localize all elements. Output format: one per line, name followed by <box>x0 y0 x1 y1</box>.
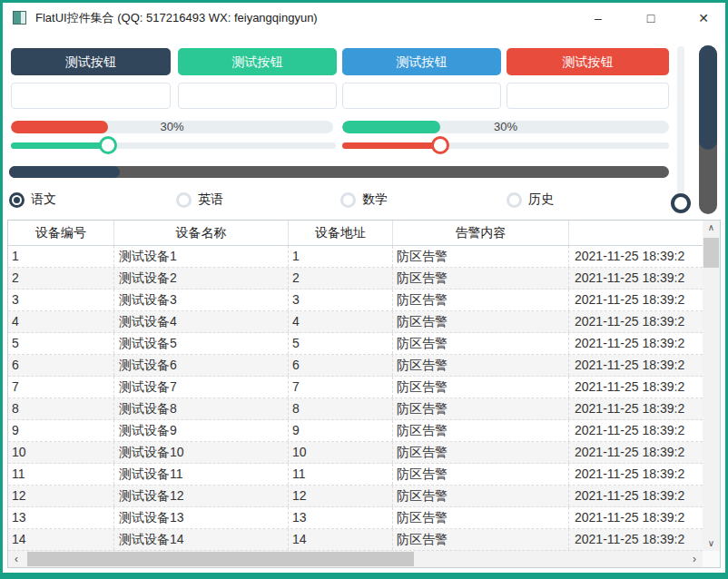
maximize-button[interactable]: □ <box>631 3 671 33</box>
radio-label: 语文 <box>31 191 56 208</box>
scrollbar-corner <box>703 551 720 567</box>
text-input-1[interactable] <box>11 83 171 109</box>
table-cell: 2021-11-25 18:39:2 <box>569 333 703 354</box>
horizontal-scrollbar-widget[interactable] <box>9 166 669 178</box>
vertical-scrollbar-widget[interactable] <box>699 45 717 214</box>
window-controls: – □ ✕ <box>578 3 723 33</box>
table-row[interactable]: 2测试设备22防区告警2021-11-25 18:39:2 <box>8 268 703 290</box>
app-window: FlatUI控件集合 (QQ: 517216493 WX: feiyangqin… <box>0 0 728 579</box>
close-button[interactable]: ✕ <box>684 3 723 33</box>
slider-green-track[interactable] <box>11 142 336 149</box>
table-cell: 3 <box>289 290 393 310</box>
table-vertical-scrollbar[interactable]: ∧ ∨ <box>703 221 720 551</box>
table-cell: 测试设备10 <box>114 442 289 463</box>
table-cell: 测试设备1 <box>114 246 289 267</box>
table-cell: 2021-11-25 18:39:2 <box>569 311 703 332</box>
scroll-down-icon[interactable]: ∨ <box>703 536 720 551</box>
radio-yingyu[interactable]: 英语 <box>176 191 223 209</box>
test-button-dark[interactable]: 测试按钮 <box>11 48 171 75</box>
table-row[interactable]: 7测试设备77防区告警2021-11-25 18:39:2 <box>8 377 703 398</box>
table-cell: 2021-11-25 18:39:2 <box>569 377 703 397</box>
table-cell: 11 <box>289 464 393 485</box>
table-header-cell[interactable] <box>569 221 703 245</box>
table-cell: 测试设备14 <box>114 529 289 550</box>
text-input-3[interactable] <box>342 83 501 109</box>
test-button-green[interactable]: 测试按钮 <box>178 48 337 75</box>
window-title: FlatUI控件集合 (QQ: 517216493 WX: feiyangqin… <box>35 3 318 33</box>
vertical-slider-handle[interactable] <box>671 193 691 213</box>
table-header-cell[interactable]: 设备名称 <box>114 221 289 245</box>
radio-label: 历史 <box>528 191 554 208</box>
slider-red-track[interactable] <box>342 142 669 149</box>
table-row[interactable]: 10测试设备1010防区告警2021-11-25 18:39:2 <box>8 442 703 464</box>
table-cell: 防区告警 <box>393 464 569 485</box>
radio-lishi[interactable]: 历史 <box>507 191 554 209</box>
scroll-right-icon[interactable]: › <box>686 551 703 567</box>
slider-green-handle[interactable] <box>99 136 117 154</box>
table-cell: 10 <box>8 442 114 463</box>
table-row[interactable]: 12测试设备1212防区告警2021-11-25 18:39:2 <box>8 486 703 507</box>
table-cell: 13 <box>289 507 393 528</box>
horizontal-scrollbar-thumb[interactable] <box>27 552 414 566</box>
table-cell: 防区告警 <box>393 529 569 550</box>
table-cell: 7 <box>8 377 114 397</box>
table-cell: 防区告警 <box>393 486 569 506</box>
table-row[interactable]: 5测试设备55防区告警2021-11-25 18:39:2 <box>8 333 703 355</box>
vertical-scrollbar-thumb[interactable] <box>703 238 719 268</box>
table-row[interactable]: 11测试设备1111防区告警2021-11-25 18:39:2 <box>8 464 703 486</box>
table-row[interactable]: 3测试设备33防区告警2021-11-25 18:39:2 <box>8 290 703 311</box>
radio-shuxue[interactable]: 数学 <box>340 191 388 209</box>
table-cell: 3 <box>8 290 114 310</box>
text-input-4[interactable] <box>507 83 669 109</box>
table-row[interactable]: 8测试设备88防区告警2021-11-25 18:39:2 <box>8 398 703 420</box>
table-cell: 测试设备9 <box>114 420 289 441</box>
table-cell: 1 <box>8 246 114 267</box>
radio-circle-icon <box>176 192 192 208</box>
radio-yuwen[interactable]: 语文 <box>9 191 56 209</box>
table-horizontal-scrollbar[interactable]: ‹ › <box>8 551 703 567</box>
table-cell: 12 <box>8 486 114 506</box>
table-row[interactable]: 6测试设备66防区告警2021-11-25 18:39:2 <box>8 355 703 377</box>
table-header-cell[interactable]: 告警内容 <box>393 221 569 245</box>
table-cell: 防区告警 <box>393 398 569 419</box>
device-alarm-table: 设备编号设备名称设备地址告警内容 1测试设备11防区告警2021-11-25 1… <box>7 220 721 568</box>
table-row[interactable]: 4测试设备44防区告警2021-11-25 18:39:2 <box>8 311 703 333</box>
test-button-red[interactable]: 测试按钮 <box>507 48 669 75</box>
table-header-cell[interactable]: 设备地址 <box>289 221 393 245</box>
table-cell: 2021-11-25 18:39:2 <box>569 442 703 463</box>
table-cell: 5 <box>8 333 114 354</box>
progress-bar-red: 30% <box>11 121 333 133</box>
minimize-button[interactable]: – <box>578 3 618 33</box>
slider-red-handle[interactable] <box>431 136 449 154</box>
test-button-blue[interactable]: 测试按钮 <box>342 48 501 75</box>
scrollbar-thumb[interactable] <box>9 166 120 178</box>
table-cell: 防区告警 <box>393 333 569 354</box>
table-cell: 防区告警 <box>393 290 569 310</box>
scroll-left-icon[interactable]: ‹ <box>8 551 25 567</box>
table-cell: 8 <box>8 398 114 419</box>
table-cell: 防区告警 <box>393 377 569 397</box>
table-cell: 2021-11-25 18:39:2 <box>569 355 703 376</box>
table-cell: 2021-11-25 18:39:2 <box>569 290 703 310</box>
table-cell: 4 <box>8 311 114 332</box>
table-cell: 2021-11-25 18:39:2 <box>569 420 703 441</box>
progress-bar-green: 30% <box>342 121 669 133</box>
table-cell: 2021-11-25 18:39:2 <box>569 246 703 267</box>
table-row[interactable]: 13测试设备1313防区告警2021-11-25 18:39:2 <box>8 507 703 529</box>
vertical-slider-track[interactable] <box>677 46 684 211</box>
table-row[interactable]: 9测试设备99防区告警2021-11-25 18:39:2 <box>8 420 703 442</box>
table-cell: 14 <box>8 529 114 550</box>
table-cell: 9 <box>8 420 114 441</box>
table-header-cell[interactable]: 设备编号 <box>8 221 114 245</box>
table-cell: 13 <box>8 507 114 528</box>
table-row[interactable]: 14测试设备1414防区告警2021-11-25 18:39:2 <box>8 529 703 551</box>
app-icon <box>13 11 26 25</box>
scroll-up-icon[interactable]: ∧ <box>703 221 720 235</box>
table-row[interactable]: 1测试设备11防区告警2021-11-25 18:39:2 <box>8 246 703 268</box>
table-cell: 4 <box>289 311 393 332</box>
text-input-2[interactable] <box>178 83 337 109</box>
table-cell: 测试设备6 <box>114 355 289 376</box>
table-cell: 2021-11-25 18:39:2 <box>569 507 703 528</box>
scrollbar-thumb[interactable] <box>699 45 717 150</box>
table-cell: 测试设备4 <box>114 311 289 332</box>
